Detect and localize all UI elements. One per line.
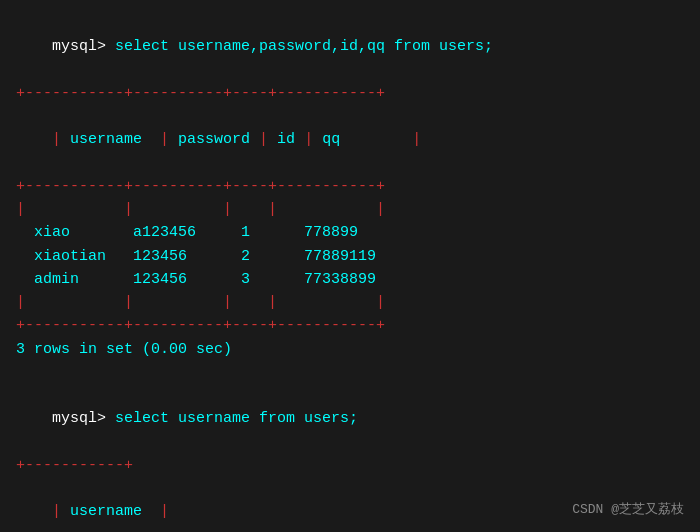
table-border-mid-1: +-----------+----------+----+-----------… [16, 175, 684, 198]
terminal: mysql> select username,password,id,qq fr… [0, 0, 700, 532]
table-spacer-2: | | | | | [16, 291, 684, 314]
table-row-xiaotian: xiaotian 123456 2 77889119 [16, 245, 684, 268]
table-border-bot-1: +-----------+----------+----+-----------… [16, 314, 684, 337]
sql-query-2: select username from users; [115, 410, 358, 427]
result-1: 3 rows in set (0.00 sec) [16, 338, 684, 361]
mysql-prompt-1: mysql> [52, 38, 115, 55]
table-header-1: | username | password | id | qq | [16, 105, 684, 175]
empty-line-1 [16, 361, 684, 384]
query-line-1: mysql> select username,password,id,qq fr… [16, 12, 684, 82]
mysql-prompt-2: mysql> [52, 410, 115, 427]
table-row-admin: admin 123456 3 77338899 [16, 268, 684, 291]
table-spacer-1: | | | | | [16, 198, 684, 221]
sql-query-1: select username,password,id,qq from user… [115, 38, 493, 55]
table-border-top-2: +-----------+ [16, 454, 684, 477]
query-line-2: mysql> select username from users; [16, 384, 684, 454]
table-row-xiao: xiao a123456 1 778899 [16, 221, 684, 244]
watermark: CSDN @芝芝又荔枝 [572, 500, 684, 518]
table-border-top-1: +-----------+----------+----+-----------… [16, 82, 684, 105]
